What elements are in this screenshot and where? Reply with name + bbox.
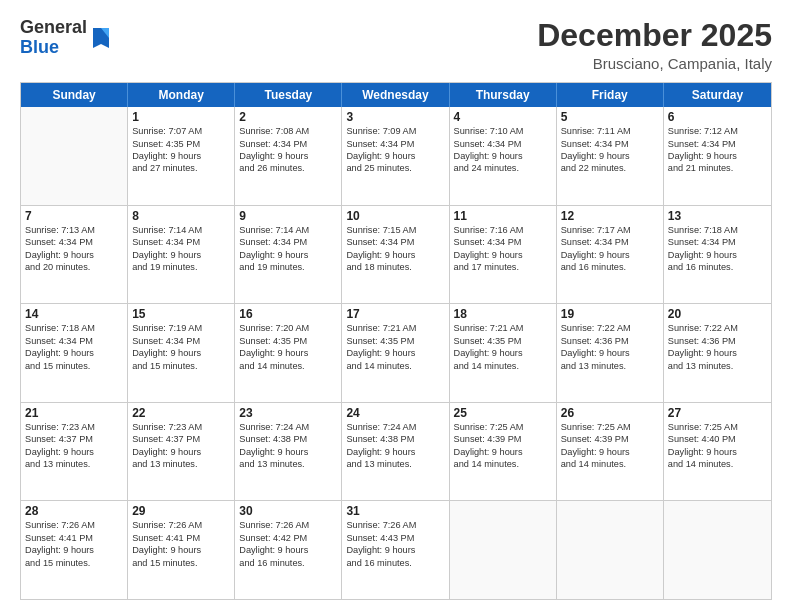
day-info: Sunrise: 7:09 AM Sunset: 4:34 PM Dayligh…: [346, 125, 444, 175]
day-info: Sunrise: 7:18 AM Sunset: 4:34 PM Dayligh…: [668, 224, 767, 274]
day-info: Sunrise: 7:24 AM Sunset: 4:38 PM Dayligh…: [346, 421, 444, 471]
header-cell-friday: Friday: [557, 83, 664, 107]
day-number: 19: [561, 307, 659, 321]
day-number: 2: [239, 110, 337, 124]
day-number: 15: [132, 307, 230, 321]
calendar-cell: 10Sunrise: 7:15 AM Sunset: 4:34 PM Dayli…: [342, 206, 449, 304]
calendar-cell: [21, 107, 128, 205]
day-info: Sunrise: 7:26 AM Sunset: 4:41 PM Dayligh…: [25, 519, 123, 569]
day-info: Sunrise: 7:17 AM Sunset: 4:34 PM Dayligh…: [561, 224, 659, 274]
day-number: 27: [668, 406, 767, 420]
day-info: Sunrise: 7:13 AM Sunset: 4:34 PM Dayligh…: [25, 224, 123, 274]
calendar-cell: 19Sunrise: 7:22 AM Sunset: 4:36 PM Dayli…: [557, 304, 664, 402]
calendar-cell: 23Sunrise: 7:24 AM Sunset: 4:38 PM Dayli…: [235, 403, 342, 501]
day-number: 25: [454, 406, 552, 420]
day-number: 16: [239, 307, 337, 321]
calendar-cell: 11Sunrise: 7:16 AM Sunset: 4:34 PM Dayli…: [450, 206, 557, 304]
day-number: 3: [346, 110, 444, 124]
calendar-cell: 25Sunrise: 7:25 AM Sunset: 4:39 PM Dayli…: [450, 403, 557, 501]
calendar-row-2: 14Sunrise: 7:18 AM Sunset: 4:34 PM Dayli…: [21, 304, 771, 403]
day-info: Sunrise: 7:25 AM Sunset: 4:40 PM Dayligh…: [668, 421, 767, 471]
calendar: SundayMondayTuesdayWednesdayThursdayFrid…: [20, 82, 772, 600]
header-cell-monday: Monday: [128, 83, 235, 107]
calendar-cell: 4Sunrise: 7:10 AM Sunset: 4:34 PM Daylig…: [450, 107, 557, 205]
calendar-cell: 3Sunrise: 7:09 AM Sunset: 4:34 PM Daylig…: [342, 107, 449, 205]
day-info: Sunrise: 7:22 AM Sunset: 4:36 PM Dayligh…: [561, 322, 659, 372]
header-cell-wednesday: Wednesday: [342, 83, 449, 107]
location-title: Brusciano, Campania, Italy: [537, 55, 772, 72]
calendar-cell: 21Sunrise: 7:23 AM Sunset: 4:37 PM Dayli…: [21, 403, 128, 501]
day-info: Sunrise: 7:25 AM Sunset: 4:39 PM Dayligh…: [454, 421, 552, 471]
day-number: 5: [561, 110, 659, 124]
header: General Blue December 2025 Brusciano, Ca…: [20, 18, 772, 72]
day-info: Sunrise: 7:19 AM Sunset: 4:34 PM Dayligh…: [132, 322, 230, 372]
day-number: 28: [25, 504, 123, 518]
day-number: 4: [454, 110, 552, 124]
calendar-cell: 1Sunrise: 7:07 AM Sunset: 4:35 PM Daylig…: [128, 107, 235, 205]
day-info: Sunrise: 7:07 AM Sunset: 4:35 PM Dayligh…: [132, 125, 230, 175]
logo-icon: [89, 24, 113, 52]
logo-text-block: General Blue: [20, 18, 87, 58]
day-number: 30: [239, 504, 337, 518]
calendar-cell: 2Sunrise: 7:08 AM Sunset: 4:34 PM Daylig…: [235, 107, 342, 205]
day-info: Sunrise: 7:21 AM Sunset: 4:35 PM Dayligh…: [454, 322, 552, 372]
day-number: 10: [346, 209, 444, 223]
day-info: Sunrise: 7:12 AM Sunset: 4:34 PM Dayligh…: [668, 125, 767, 175]
calendar-cell: 31Sunrise: 7:26 AM Sunset: 4:43 PM Dayli…: [342, 501, 449, 599]
day-info: Sunrise: 7:22 AM Sunset: 4:36 PM Dayligh…: [668, 322, 767, 372]
header-cell-saturday: Saturday: [664, 83, 771, 107]
logo-blue: Blue: [20, 38, 87, 58]
page: General Blue December 2025 Brusciano, Ca…: [0, 0, 792, 612]
calendar-cell: 29Sunrise: 7:26 AM Sunset: 4:41 PM Dayli…: [128, 501, 235, 599]
day-info: Sunrise: 7:23 AM Sunset: 4:37 PM Dayligh…: [25, 421, 123, 471]
calendar-cell: 7Sunrise: 7:13 AM Sunset: 4:34 PM Daylig…: [21, 206, 128, 304]
calendar-cell: [664, 501, 771, 599]
calendar-cell: 17Sunrise: 7:21 AM Sunset: 4:35 PM Dayli…: [342, 304, 449, 402]
calendar-cell: 13Sunrise: 7:18 AM Sunset: 4:34 PM Dayli…: [664, 206, 771, 304]
calendar-cell: 5Sunrise: 7:11 AM Sunset: 4:34 PM Daylig…: [557, 107, 664, 205]
calendar-row-1: 7Sunrise: 7:13 AM Sunset: 4:34 PM Daylig…: [21, 206, 771, 305]
day-info: Sunrise: 7:20 AM Sunset: 4:35 PM Dayligh…: [239, 322, 337, 372]
day-info: Sunrise: 7:16 AM Sunset: 4:34 PM Dayligh…: [454, 224, 552, 274]
day-number: 17: [346, 307, 444, 321]
logo: General Blue: [20, 18, 113, 58]
day-info: Sunrise: 7:24 AM Sunset: 4:38 PM Dayligh…: [239, 421, 337, 471]
calendar-cell: 22Sunrise: 7:23 AM Sunset: 4:37 PM Dayli…: [128, 403, 235, 501]
day-info: Sunrise: 7:14 AM Sunset: 4:34 PM Dayligh…: [239, 224, 337, 274]
day-number: 13: [668, 209, 767, 223]
day-number: 6: [668, 110, 767, 124]
calendar-row-3: 21Sunrise: 7:23 AM Sunset: 4:37 PM Dayli…: [21, 403, 771, 502]
day-info: Sunrise: 7:26 AM Sunset: 4:43 PM Dayligh…: [346, 519, 444, 569]
calendar-cell: 26Sunrise: 7:25 AM Sunset: 4:39 PM Dayli…: [557, 403, 664, 501]
day-info: Sunrise: 7:08 AM Sunset: 4:34 PM Dayligh…: [239, 125, 337, 175]
day-number: 18: [454, 307, 552, 321]
calendar-cell: [557, 501, 664, 599]
day-number: 11: [454, 209, 552, 223]
day-number: 1: [132, 110, 230, 124]
calendar-cell: 8Sunrise: 7:14 AM Sunset: 4:34 PM Daylig…: [128, 206, 235, 304]
header-cell-thursday: Thursday: [450, 83, 557, 107]
calendar-cell: 12Sunrise: 7:17 AM Sunset: 4:34 PM Dayli…: [557, 206, 664, 304]
day-number: 14: [25, 307, 123, 321]
day-number: 23: [239, 406, 337, 420]
calendar-cell: 24Sunrise: 7:24 AM Sunset: 4:38 PM Dayli…: [342, 403, 449, 501]
day-info: Sunrise: 7:11 AM Sunset: 4:34 PM Dayligh…: [561, 125, 659, 175]
day-info: Sunrise: 7:25 AM Sunset: 4:39 PM Dayligh…: [561, 421, 659, 471]
calendar-cell: 9Sunrise: 7:14 AM Sunset: 4:34 PM Daylig…: [235, 206, 342, 304]
calendar-header-row: SundayMondayTuesdayWednesdayThursdayFrid…: [21, 83, 771, 107]
calendar-cell: 16Sunrise: 7:20 AM Sunset: 4:35 PM Dayli…: [235, 304, 342, 402]
calendar-cell: 6Sunrise: 7:12 AM Sunset: 4:34 PM Daylig…: [664, 107, 771, 205]
day-info: Sunrise: 7:23 AM Sunset: 4:37 PM Dayligh…: [132, 421, 230, 471]
day-number: 8: [132, 209, 230, 223]
day-info: Sunrise: 7:26 AM Sunset: 4:41 PM Dayligh…: [132, 519, 230, 569]
calendar-row-4: 28Sunrise: 7:26 AM Sunset: 4:41 PM Dayli…: [21, 501, 771, 599]
calendar-cell: 15Sunrise: 7:19 AM Sunset: 4:34 PM Dayli…: [128, 304, 235, 402]
day-number: 29: [132, 504, 230, 518]
day-number: 22: [132, 406, 230, 420]
calendar-cell: 18Sunrise: 7:21 AM Sunset: 4:35 PM Dayli…: [450, 304, 557, 402]
title-area: December 2025 Brusciano, Campania, Italy: [537, 18, 772, 72]
logo-general: General: [20, 18, 87, 38]
day-number: 9: [239, 209, 337, 223]
day-number: 21: [25, 406, 123, 420]
month-title: December 2025: [537, 18, 772, 53]
